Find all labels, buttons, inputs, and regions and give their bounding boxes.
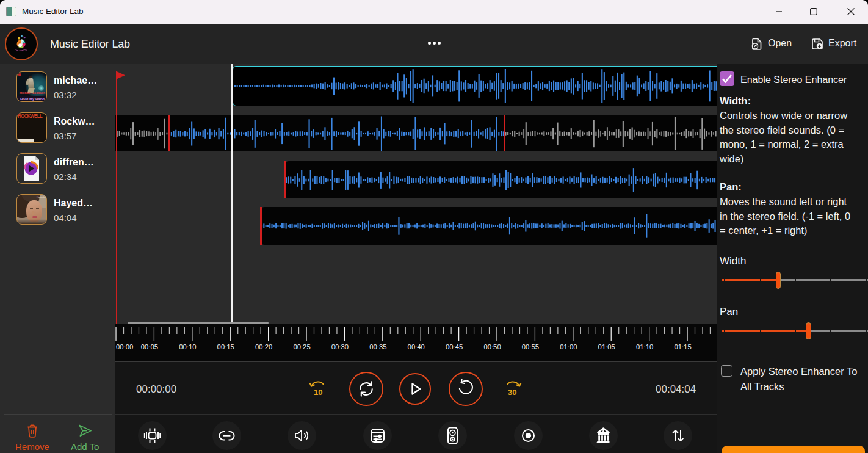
svg-text:10: 10: [314, 388, 322, 397]
svg-text:30: 30: [508, 388, 516, 397]
